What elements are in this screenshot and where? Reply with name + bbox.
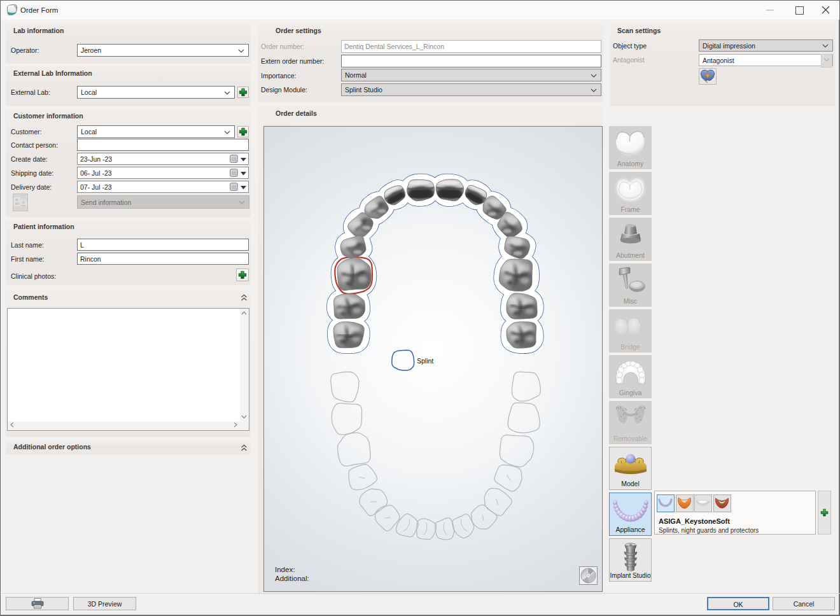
svg-text:Splint: Splint bbox=[417, 357, 433, 365]
